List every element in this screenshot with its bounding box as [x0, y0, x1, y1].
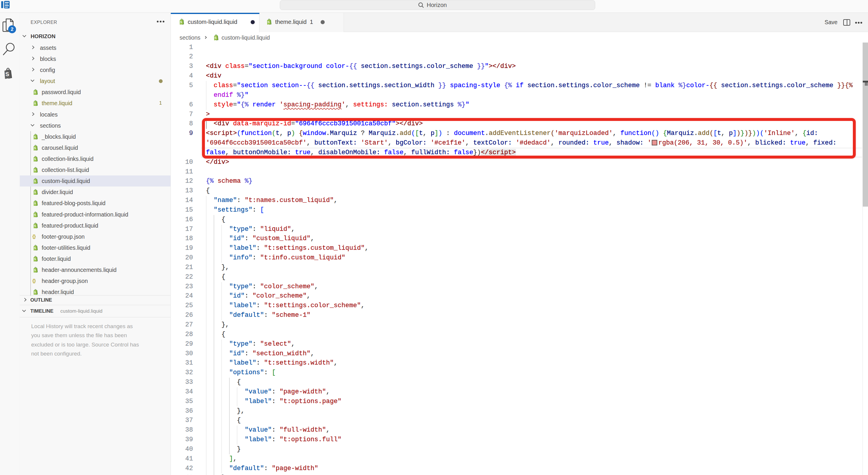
svg-text:S: S	[215, 36, 217, 39]
svg-text:S: S	[268, 21, 270, 24]
svg-text:S: S	[180, 21, 182, 24]
svg-text:S: S	[5, 71, 9, 77]
